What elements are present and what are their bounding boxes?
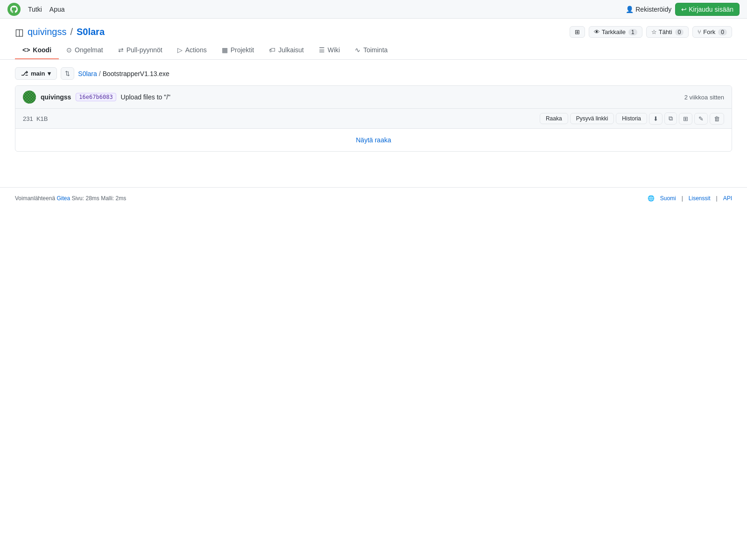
- site-logo[interactable]: [7, 3, 21, 16]
- breadcrumb-separator: /: [99, 70, 101, 77]
- compare-button[interactable]: ⇅: [61, 67, 74, 80]
- pencil-icon: ✎: [698, 115, 704, 122]
- tab-actions[interactable]: ▷ Actions: [170, 42, 214, 59]
- navbar-right: 👤 Rekisteröidy ↩ Kirjaudu sisään: [626, 3, 740, 16]
- download-button[interactable]: ⬇: [649, 113, 662, 125]
- repo-title: ◫ quivingss / S0lara: [15, 27, 105, 38]
- repo-action-buttons: ⊞ 👁 Tarkkaile 1 ☆ Tähti 0 ⑂ Fork 0: [570, 26, 732, 38]
- repo-name-link[interactable]: S0lara: [77, 27, 105, 37]
- star-count: 0: [675, 29, 684, 35]
- file-content-area: Näytä raaka: [15, 129, 732, 151]
- register-link[interactable]: 👤 Rekisteröidy: [626, 6, 671, 13]
- nav-apua[interactable]: Apua: [49, 6, 65, 13]
- projects-icon: ▦: [222, 46, 228, 54]
- footer: Voimanlähteenä Gitea Sivu: 28ms Malli: 2…: [0, 187, 747, 209]
- permalink-button[interactable]: Pysyvä linkki: [570, 113, 614, 124]
- signin-button[interactable]: ↩ Kirjaudu sisään: [675, 3, 740, 16]
- edit-button[interactable]: ✎: [694, 113, 708, 125]
- fork-icon: ⑂: [698, 28, 701, 35]
- star-button[interactable]: ☆ Tähti 0: [646, 26, 689, 38]
- fork-button[interactable]: ⑂ Fork 0: [692, 26, 732, 38]
- branch-icon: ⎇: [21, 70, 28, 77]
- repo-type-icon: ◫: [15, 27, 24, 38]
- delete-button[interactable]: 🗑: [710, 113, 724, 125]
- breadcrumb: S0lara / BootstrapperV1.13.exe: [78, 70, 169, 77]
- commit-author[interactable]: quivingss: [41, 93, 71, 101]
- eye-icon: 👁: [594, 28, 600, 35]
- tab-wiki[interactable]: ☰ Wiki: [311, 42, 347, 59]
- footer-divider: |: [682, 195, 683, 202]
- commit-time: 2 viikkoa sitten: [684, 94, 724, 101]
- rss-button[interactable]: ⊞: [570, 26, 585, 38]
- footer-divider2: |: [716, 195, 718, 202]
- gitea-link[interactable]: Gitea: [56, 195, 70, 202]
- title-separator: /: [70, 27, 73, 37]
- file-header-actions: Raaka Pysyvä linkki Historia ⬇ ⧉ ⊞ ✎ 🗑: [540, 112, 724, 125]
- tab-ongelmat[interactable]: ⊙ Ongelmat: [59, 42, 111, 59]
- commit-message: Upload files to "/": [121, 93, 170, 101]
- breadcrumb-file: BootstrapperV1.13.exe: [103, 70, 169, 77]
- commit-box: quivingss 16e67b6083 Upload files to "/"…: [15, 85, 732, 152]
- breadcrumb-repo-link[interactable]: S0lara: [78, 70, 97, 77]
- repo-owner-link[interactable]: quivingss: [28, 27, 66, 37]
- signin-arrow-icon: ↩: [681, 6, 687, 13]
- globe-icon: 🌐: [648, 195, 655, 202]
- repo-header: ◫ quivingss / S0lara ⊞ 👁 Tarkkaile 1 ☆ T…: [0, 19, 747, 38]
- view-raw-link[interactable]: Näytä raaka: [356, 136, 391, 144]
- tab-pull-pyynnot[interactable]: ⇄ Pull-pyynnöt: [111, 42, 170, 59]
- releases-icon: 🏷: [269, 46, 275, 54]
- branch-selector[interactable]: ⎇ main ▾: [15, 67, 57, 80]
- tab-projektit[interactable]: ▦ Projektit: [214, 42, 262, 59]
- actions-icon: ▷: [177, 46, 183, 54]
- watch-count: 1: [628, 29, 637, 35]
- trash-icon: 🗑: [714, 115, 720, 122]
- avatar: [23, 91, 36, 104]
- api-link[interactable]: API: [723, 195, 732, 202]
- history-button[interactable]: Historia: [616, 113, 647, 124]
- fork-count: 0: [718, 29, 727, 35]
- repo-tabs: <> Koodi ⊙ Ongelmat ⇄ Pull-pyynnöt ▷ Act…: [0, 42, 747, 60]
- tab-julkaisut[interactable]: 🏷 Julkaisut: [261, 42, 311, 59]
- tab-toiminta[interactable]: ∿ Toiminta: [347, 42, 395, 59]
- wiki-icon: ☰: [319, 46, 325, 54]
- watch-button[interactable]: 👁 Tarkkaile 1: [589, 26, 642, 38]
- tab-koodi[interactable]: <> Koodi: [15, 42, 59, 59]
- file-header: 231 K1B Raaka Pysyvä linkki Historia ⬇ ⧉…: [15, 109, 732, 129]
- chevron-down-icon: ▾: [48, 70, 51, 77]
- nav-tutki[interactable]: Tutki: [28, 6, 42, 13]
- commit-row: quivingss 16e67b6083 Upload files to "/"…: [15, 86, 732, 109]
- code-icon: <>: [22, 46, 30, 54]
- file-nav: ⎇ main ▾ ⇅ S0lara / BootstrapperV1.13.ex…: [15, 67, 732, 80]
- footer-right: 🌐 Suomi | Lisenssit | API: [648, 195, 732, 202]
- raw-button[interactable]: Raaka: [540, 113, 568, 124]
- compare-icon: ⇅: [65, 70, 70, 77]
- footer-left: Voimanlähteenä Gitea Sivu: 28ms Malli: 2…: [15, 195, 126, 202]
- language-link[interactable]: Suomi: [660, 195, 676, 202]
- copy-icon: ⧉: [669, 115, 673, 122]
- star-icon: ☆: [651, 28, 657, 35]
- user-icon: 👤: [626, 6, 634, 13]
- commit-hash[interactable]: 16e67b6083: [76, 93, 116, 101]
- file-lines: 231 K1B: [23, 115, 48, 122]
- download-icon: ⬇: [653, 115, 658, 122]
- issue-icon: ⊙: [66, 46, 72, 54]
- navbar: Tutki Apua 👤 Rekisteröidy ↩ Kirjaudu sis…: [0, 0, 747, 19]
- feed-button[interactable]: ⊞: [679, 113, 692, 125]
- rss-icon: ⊞: [575, 28, 580, 35]
- pr-icon: ⇄: [118, 46, 124, 54]
- feed-icon: ⊞: [683, 115, 688, 122]
- licenses-link[interactable]: Lisenssit: [689, 195, 711, 202]
- activity-icon: ∿: [355, 46, 360, 54]
- main-content: ⎇ main ▾ ⇅ S0lara / BootstrapperV1.13.ex…: [0, 60, 747, 159]
- copy-button[interactable]: ⧉: [664, 112, 677, 125]
